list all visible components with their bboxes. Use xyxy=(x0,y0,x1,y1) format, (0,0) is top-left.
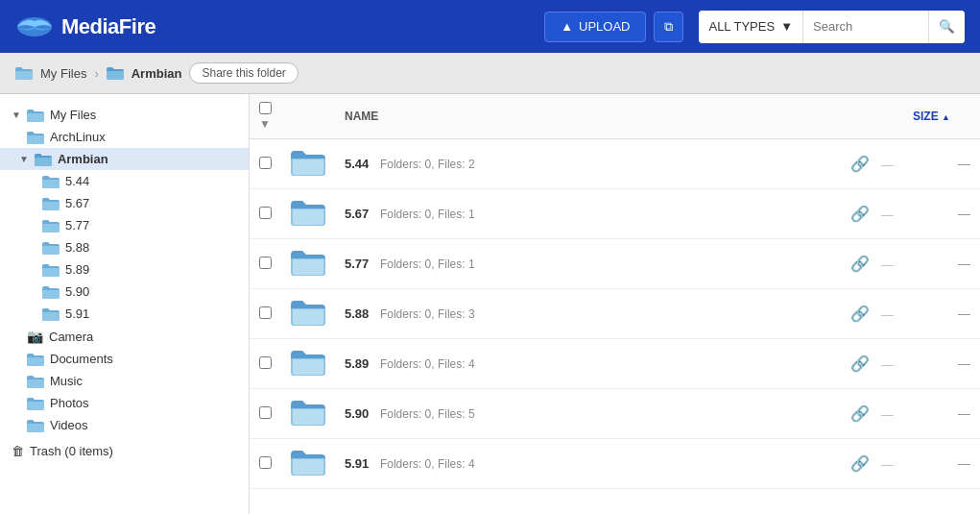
row-link-icon[interactable]: 🔗 xyxy=(850,156,870,172)
sort-up-icon: ▲ xyxy=(942,112,950,122)
row-link-icon[interactable]: 🔗 xyxy=(850,455,870,472)
table-row: 5.89 Folders: 0, Files: 4 🔗 — — xyxy=(250,339,980,389)
sidebar-5-44-folder-icon xyxy=(42,175,60,188)
icon-action-button[interactable]: ⧉ xyxy=(654,12,683,42)
row-name-cell[interactable]: 5.67 Folders: 0, Files: 1 xyxy=(335,189,807,239)
sidebar-item-myfiles[interactable]: ▼ My Files xyxy=(0,104,249,126)
row-link-icon[interactable]: 🔗 xyxy=(850,355,870,372)
sort-filter-icon[interactable]: ▼ xyxy=(259,117,271,131)
sidebar-item-5-77[interactable]: 5.77 xyxy=(0,214,249,236)
row-folder-icon-cell xyxy=(281,339,335,389)
row-link-icon[interactable]: 🔗 xyxy=(850,256,870,272)
armbian-expand-icon: ▼ xyxy=(19,154,29,164)
sidebar-item-music[interactable]: Music xyxy=(0,370,249,392)
row-checkbox-1[interactable] xyxy=(259,207,272,219)
row-link-icon[interactable]: 🔗 xyxy=(850,306,870,322)
sidebar-item-5-89[interactable]: 5.89 xyxy=(0,258,249,281)
row-name-cell[interactable]: 5.91 Folders: 0, Files: 4 xyxy=(335,439,807,489)
share-folder-label: Share this folder xyxy=(202,66,285,80)
sidebar: ▼ My Files ArchLinux ▼ Armbian xyxy=(0,94,250,514)
row-size-cell: — xyxy=(903,189,980,239)
main-layout: ▼ My Files ArchLinux ▼ Armbian xyxy=(0,94,980,514)
sidebar-music-label: Music xyxy=(50,374,83,388)
sidebar-item-camera[interactable]: 📷 Camera xyxy=(0,325,249,348)
row-checkbox-2[interactable] xyxy=(259,257,272,269)
row-actions-cell: 🔗 — xyxy=(807,139,903,189)
sidebar-item-videos[interactable]: Videos xyxy=(0,414,249,436)
sidebar-item-5-90[interactable]: 5.90 xyxy=(0,281,249,303)
sidebar-item-5-67[interactable]: 5.67 xyxy=(0,192,249,214)
row-checkbox-5[interactable] xyxy=(259,406,272,419)
header-size-col[interactable]: SIZE ▲ xyxy=(903,94,980,139)
row-name-cell[interactable]: 5.77 Folders: 0, Files: 1 xyxy=(335,239,807,289)
row-folder-name: 5.89 xyxy=(345,356,369,371)
sidebar-5-44-label: 5.44 xyxy=(65,174,89,188)
row-folder-icon-cell xyxy=(281,239,335,289)
sidebar-item-trash[interactable]: 🗑 Trash (0 items) xyxy=(0,440,249,462)
breadcrumb-myfiles-label: My Files xyxy=(40,66,86,81)
row-folder-meta: Folders: 0, Files: 4 xyxy=(380,357,475,371)
row-folder-meta: Folders: 0, Files: 1 xyxy=(380,208,475,221)
row-checkbox-6[interactable] xyxy=(259,456,272,469)
row-more-dash[interactable]: — xyxy=(881,307,894,322)
row-more-dash[interactable]: — xyxy=(881,357,894,372)
share-folder-button[interactable]: Share this folder xyxy=(189,62,298,84)
search-bar: 🔍 xyxy=(802,11,965,43)
row-folder-icon-cell xyxy=(281,389,335,439)
row-more-dash[interactable]: — xyxy=(881,158,894,172)
row-size-cell: — xyxy=(903,239,980,289)
select-all-checkbox[interactable] xyxy=(259,102,272,114)
search-input[interactable] xyxy=(803,11,928,43)
search-button[interactable]: 🔍 xyxy=(928,11,965,43)
row-more-dash[interactable]: — xyxy=(881,257,894,272)
sidebar-item-archlinux[interactable]: ArchLinux xyxy=(0,126,249,148)
sidebar-5-89-folder-icon xyxy=(42,263,60,277)
sidebar-item-5-91[interactable]: 5.91 xyxy=(0,303,249,325)
row-more-dash[interactable]: — xyxy=(881,457,894,472)
sidebar-item-photos[interactable]: Photos xyxy=(0,392,249,414)
sidebar-item-5-44[interactable]: 5.44 xyxy=(0,170,249,192)
breadcrumb-armbian[interactable]: Armbian xyxy=(131,66,182,81)
row-name-cell[interactable]: 5.44 Folders: 0, Files: 2 xyxy=(335,139,807,189)
row-checkbox-cell xyxy=(250,439,281,489)
row-actions-cell: 🔗 — xyxy=(807,439,903,489)
row-more-dash[interactable]: — xyxy=(881,407,894,422)
row-actions-cell: 🔗 — xyxy=(807,189,903,239)
row-link-icon[interactable]: 🔗 xyxy=(850,405,870,422)
breadcrumb-armbian-label: Armbian xyxy=(131,66,182,81)
sidebar-5-88-folder-icon xyxy=(42,241,60,255)
table-row: 5.91 Folders: 0, Files: 4 🔗 — — xyxy=(250,439,980,489)
logo-bird-icon xyxy=(15,13,54,40)
upload-label: UPLOAD xyxy=(579,19,630,34)
breadcrumb-myfiles[interactable]: My Files xyxy=(40,66,86,81)
row-size-value: — xyxy=(958,207,970,221)
row-size-value: — xyxy=(958,306,970,321)
row-size-cell: — xyxy=(903,439,980,489)
table-row: 5.67 Folders: 0, Files: 1 🔗 — — xyxy=(250,189,980,239)
header-name-col: NAME xyxy=(335,94,807,139)
row-name-cell[interactable]: 5.90 Folders: 0, Files: 5 xyxy=(335,389,807,439)
row-folder-name: 5.91 xyxy=(345,456,369,471)
row-link-icon[interactable]: 🔗 xyxy=(850,206,870,222)
sidebar-5-91-label: 5.91 xyxy=(65,306,89,321)
row-checkbox-0[interactable] xyxy=(259,157,272,169)
row-folder-meta: Folders: 0, Files: 5 xyxy=(380,407,475,421)
row-folder-svg-icon xyxy=(291,249,325,276)
upload-button[interactable]: ▲ UPLOAD xyxy=(544,12,646,42)
row-name-cell[interactable]: 5.88 Folders: 0, Files: 3 xyxy=(335,289,807,339)
row-name-cell[interactable]: 5.89 Folders: 0, Files: 4 xyxy=(335,339,807,389)
row-more-dash[interactable]: — xyxy=(881,208,894,222)
sidebar-item-armbian[interactable]: ▼ Armbian xyxy=(0,148,249,170)
filter-dropdown[interactable]: ALL TYPES ▼ xyxy=(699,11,802,43)
row-folder-svg-icon xyxy=(291,399,325,426)
row-size-cell: — xyxy=(903,389,980,439)
row-actions-cell: 🔗 — xyxy=(807,389,903,439)
row-size-value: — xyxy=(958,157,970,171)
row-checkbox-4[interactable] xyxy=(259,356,272,369)
row-checkbox-cell xyxy=(250,189,281,239)
row-checkbox-3[interactable] xyxy=(259,306,272,319)
sidebar-item-5-88[interactable]: 5.88 xyxy=(0,236,249,258)
sidebar-item-documents[interactable]: Documents xyxy=(0,348,249,370)
sidebar-archlinux-label: ArchLinux xyxy=(50,130,106,144)
row-size-value: — xyxy=(958,406,970,421)
